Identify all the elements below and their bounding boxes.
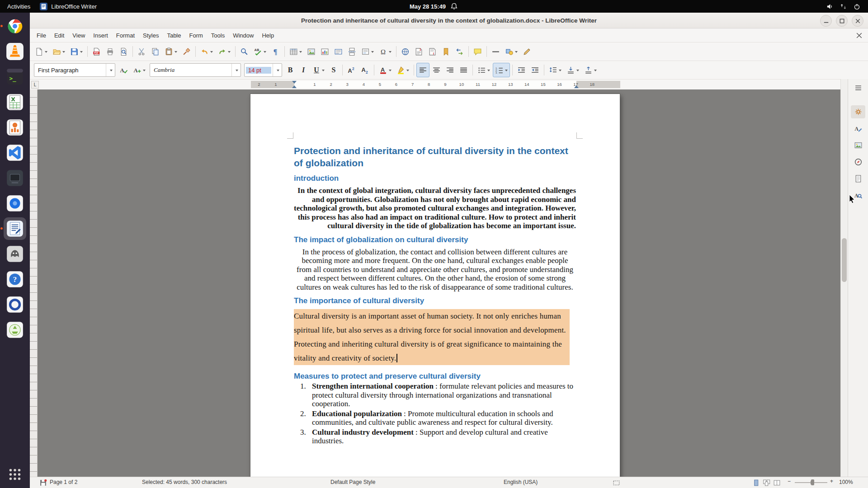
undo-dropdown-arrow[interactable] bbox=[210, 51, 213, 54]
sidebar-page-deck-button[interactable] bbox=[851, 172, 865, 185]
redo-button[interactable] bbox=[216, 44, 233, 59]
terminal-dock-icon[interactable]: >_ bbox=[4, 66, 26, 88]
maximize-button[interactable] bbox=[836, 15, 848, 27]
superscript-button[interactable]: A2 bbox=[345, 63, 358, 77]
sidebar-style-inspector-button[interactable]: A bbox=[851, 189, 865, 202]
close-button[interactable] bbox=[852, 15, 863, 27]
align-left-button[interactable] bbox=[416, 63, 429, 77]
list-item[interactable]: 2.Educational popularization : Promote m… bbox=[294, 409, 576, 427]
insert-chart-button[interactable] bbox=[318, 44, 331, 59]
multi-page-view-button[interactable] bbox=[762, 479, 771, 487]
first-line-indent-marker[interactable] bbox=[292, 81, 297, 84]
basic-shapes-dropdown-arrow[interactable] bbox=[515, 51, 518, 54]
redo-dropdown-arrow[interactable] bbox=[228, 51, 231, 54]
cut-button[interactable] bbox=[135, 44, 148, 59]
menu-styles[interactable]: Styles bbox=[139, 30, 163, 41]
insert-table-dropdown-arrow[interactable] bbox=[299, 51, 302, 54]
para-space-decrease-button[interactable] bbox=[582, 63, 599, 77]
special-character-button[interactable]: Ω bbox=[377, 44, 394, 59]
align-center-button[interactable] bbox=[430, 63, 443, 77]
line-spacing-button[interactable] bbox=[547, 63, 564, 77]
special-character-dropdown-arrow[interactable] bbox=[389, 51, 392, 54]
menu-help[interactable]: Help bbox=[258, 30, 278, 41]
underline-button[interactable]: U bbox=[310, 63, 327, 77]
subscript-button[interactable]: A2 bbox=[359, 63, 372, 77]
sidebar-sidebar-menu-button[interactable] bbox=[851, 81, 865, 94]
paste-dropdown-arrow[interactable] bbox=[175, 51, 177, 54]
insert-image-button[interactable] bbox=[305, 44, 318, 59]
font-size-dropdown[interactable] bbox=[273, 64, 282, 76]
sidebar-styles-button[interactable]: A bbox=[851, 122, 865, 135]
horizontal-ruler[interactable]: 21123456789101112131415161718 bbox=[251, 81, 620, 88]
menu-file[interactable]: File bbox=[33, 30, 50, 41]
page-break-button[interactable] bbox=[345, 44, 359, 59]
insert-field-dropdown-arrow[interactable] bbox=[371, 51, 374, 54]
clone-formatting-button[interactable] bbox=[180, 44, 193, 59]
new-document-button[interactable] bbox=[33, 44, 50, 59]
language-status[interactable]: English (USA) bbox=[504, 479, 538, 485]
tab-stop-selector[interactable]: L bbox=[31, 81, 39, 89]
menu-edit[interactable]: Edit bbox=[50, 30, 68, 41]
utility-app-dock-icon[interactable] bbox=[4, 167, 26, 189]
undo-button[interactable] bbox=[198, 44, 215, 59]
activities-button[interactable]: Activities bbox=[7, 3, 30, 10]
document-heading[interactable]: Measures to protect and preserve cultura… bbox=[294, 371, 576, 381]
selected-paragraph[interactable]: Cultural diversity is an important asset… bbox=[294, 309, 570, 365]
document-heading[interactable]: The impact of globalization on cultural … bbox=[294, 235, 576, 244]
font-size-combo[interactable]: 14 pt bbox=[244, 63, 282, 77]
menu-table[interactable]: Table bbox=[163, 30, 185, 41]
save-button[interactable] bbox=[68, 44, 85, 59]
paragraph[interactable]: In the context of global integration, cu… bbox=[294, 186, 576, 230]
ordered-list-dropdown-arrow[interactable] bbox=[505, 70, 508, 73]
zoom-level[interactable]: 100% bbox=[839, 479, 853, 485]
comment-button[interactable] bbox=[471, 44, 484, 59]
menu-window[interactable]: Window bbox=[229, 30, 258, 41]
clock-menu[interactable]: May 28 15:49 bbox=[410, 2, 458, 11]
zoom-slider-thumb[interactable] bbox=[811, 479, 814, 485]
zoom-in-button[interactable]: + bbox=[830, 478, 833, 484]
line-spacing-dropdown-arrow[interactable] bbox=[559, 70, 561, 73]
zoom-out-button[interactable]: − bbox=[788, 478, 791, 484]
app-grid-button[interactable] bbox=[7, 466, 23, 484]
vertical-ruler[interactable] bbox=[30, 89, 38, 477]
single-page-view-button[interactable] bbox=[752, 479, 760, 487]
menu-insert[interactable]: Insert bbox=[89, 30, 112, 41]
align-justify-button[interactable] bbox=[457, 63, 470, 77]
focused-app-indicator[interactable]: LibreOffice Writer bbox=[39, 2, 97, 11]
paragraph-style-dropdown[interactable] bbox=[106, 64, 115, 76]
formatting-marks-button[interactable]: ¶ bbox=[269, 44, 282, 59]
font-color-dropdown-arrow[interactable] bbox=[389, 70, 392, 73]
help-dock-icon[interactable]: ? bbox=[4, 268, 26, 291]
page-style-status[interactable]: Default Page Style bbox=[330, 479, 375, 485]
unordered-list-dropdown-arrow[interactable] bbox=[487, 70, 490, 73]
horizontal-line-button[interactable] bbox=[489, 44, 502, 59]
ring-app-dock-icon[interactable] bbox=[4, 293, 26, 316]
spelling-button[interactable]: AB bbox=[251, 44, 269, 59]
para-space-increase-dropdown-arrow[interactable] bbox=[576, 70, 579, 73]
new-document-dropdown-arrow[interactable] bbox=[45, 51, 47, 54]
paragraph[interactable]: In the process of globalization, the con… bbox=[294, 248, 576, 292]
vlc-player-dock-icon[interactable] bbox=[4, 40, 26, 63]
list-item[interactable]: 1.Strengthen international cooperation :… bbox=[294, 382, 576, 408]
footnote-button[interactable]: 1 bbox=[412, 44, 425, 59]
word-count-status[interactable]: Selected: 45 words, 300 characters bbox=[142, 479, 227, 485]
libreoffice-writer-dock-icon[interactable] bbox=[4, 217, 26, 240]
system-status-area[interactable] bbox=[826, 3, 868, 10]
bookmark-button[interactable] bbox=[439, 44, 453, 59]
para-space-increase-button[interactable] bbox=[564, 63, 581, 77]
copy-button[interactable] bbox=[149, 44, 162, 59]
document-heading[interactable]: introduction bbox=[294, 174, 576, 183]
gimp-dock-icon[interactable] bbox=[4, 243, 26, 265]
save-dropdown-arrow[interactable] bbox=[80, 51, 83, 54]
export-pdf-button[interactable]: PDF bbox=[90, 44, 103, 59]
menu-format[interactable]: Format bbox=[112, 30, 139, 41]
new-style-button[interactable]: A bbox=[131, 63, 148, 77]
highlight-color-button[interactable] bbox=[394, 63, 411, 77]
insert-textbox-button[interactable] bbox=[332, 44, 345, 59]
italic-button[interactable]: I bbox=[297, 63, 310, 77]
insert-field-button[interactable] bbox=[359, 44, 376, 59]
libreoffice-impress-dock-icon[interactable] bbox=[4, 116, 26, 139]
font-name-dropdown[interactable] bbox=[231, 64, 241, 76]
book-view-button[interactable] bbox=[773, 479, 781, 487]
strikethrough-button[interactable]: S bbox=[327, 63, 340, 77]
